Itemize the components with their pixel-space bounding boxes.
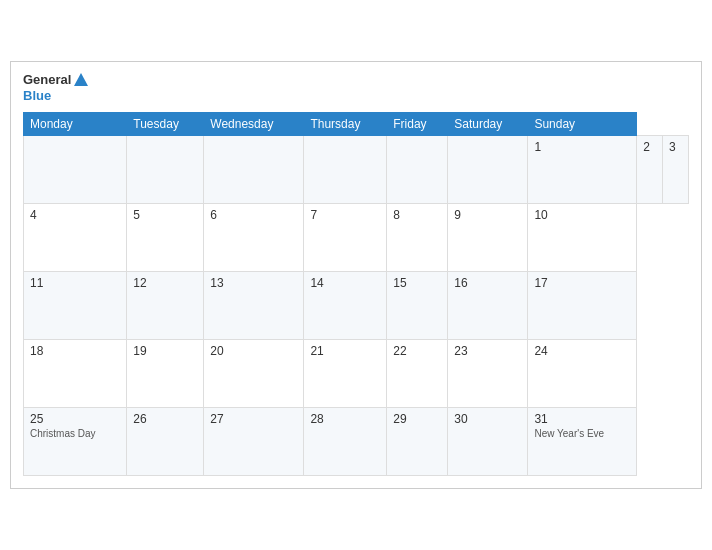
day-number: 29 (393, 412, 441, 426)
weekday-friday: Friday (387, 112, 448, 135)
day-number: 1 (534, 140, 630, 154)
calendar-grid: MondayTuesdayWednesdayThursdayFridaySatu… (23, 112, 689, 476)
day-number: 20 (210, 344, 297, 358)
calendar-cell: 23 (448, 339, 528, 407)
calendar-cell (387, 135, 448, 203)
calendar-cell: 26 (127, 407, 204, 475)
day-number: 31 (534, 412, 630, 426)
day-number: 17 (534, 276, 630, 290)
weekday-tuesday: Tuesday (127, 112, 204, 135)
day-number: 9 (454, 208, 521, 222)
calendar-cell: 31New Year's Eve (528, 407, 637, 475)
day-number: 21 (310, 344, 380, 358)
day-number: 26 (133, 412, 197, 426)
calendar-cell: 11 (24, 271, 127, 339)
logo-blue-text: Blue (23, 88, 89, 104)
day-number: 2 (643, 140, 656, 154)
calendar-cell: 20 (204, 339, 304, 407)
calendar-cell: 6 (204, 203, 304, 271)
calendar-cell: 13 (204, 271, 304, 339)
calendar-cell: 7 (304, 203, 387, 271)
day-number: 19 (133, 344, 197, 358)
calendar-cell: 17 (528, 271, 637, 339)
week-row-1: 123 (24, 135, 689, 203)
weekday-saturday: Saturday (448, 112, 528, 135)
week-row-3: 11121314151617 (24, 271, 689, 339)
logo: General Blue (23, 72, 89, 104)
day-number: 28 (310, 412, 380, 426)
calendar-header: General Blue (23, 72, 689, 104)
calendar-cell (448, 135, 528, 203)
day-number: 15 (393, 276, 441, 290)
calendar-cell: 25Christmas Day (24, 407, 127, 475)
calendar-cell: 8 (387, 203, 448, 271)
calendar-cell: 9 (448, 203, 528, 271)
calendar-cell: 1 (528, 135, 637, 203)
calendar-cell: 22 (387, 339, 448, 407)
svg-marker-0 (74, 73, 88, 86)
calendar-cell: 15 (387, 271, 448, 339)
calendar-cell: 30 (448, 407, 528, 475)
day-number: 14 (310, 276, 380, 290)
week-row-4: 18192021222324 (24, 339, 689, 407)
calendar-cell: 14 (304, 271, 387, 339)
holiday-name: New Year's Eve (534, 428, 630, 439)
weekday-wednesday: Wednesday (204, 112, 304, 135)
calendar-cell: 21 (304, 339, 387, 407)
logo-triangle-icon (73, 72, 89, 88)
day-number: 4 (30, 208, 120, 222)
calendar-cell: 4 (24, 203, 127, 271)
day-number: 6 (210, 208, 297, 222)
empty-cell (127, 135, 204, 203)
calendar-cell: 27 (204, 407, 304, 475)
calendar-cell: 28 (304, 407, 387, 475)
weekday-monday: Monday (24, 112, 127, 135)
empty-cell (24, 135, 127, 203)
calendar-cell (304, 135, 387, 203)
calendar-cell: 19 (127, 339, 204, 407)
empty-cell (204, 135, 304, 203)
day-number: 22 (393, 344, 441, 358)
day-number: 30 (454, 412, 521, 426)
calendar-cell: 16 (448, 271, 528, 339)
day-number: 10 (534, 208, 630, 222)
day-number: 18 (30, 344, 120, 358)
day-number: 16 (454, 276, 521, 290)
day-number: 5 (133, 208, 197, 222)
holiday-name: Christmas Day (30, 428, 120, 439)
calendar-cell: 3 (663, 135, 689, 203)
calendar-cell: 29 (387, 407, 448, 475)
week-row-2: 45678910 (24, 203, 689, 271)
day-number: 7 (310, 208, 380, 222)
week-row-5: 25Christmas Day262728293031New Year's Ev… (24, 407, 689, 475)
day-number: 3 (669, 140, 682, 154)
calendar-cell: 5 (127, 203, 204, 271)
day-number: 23 (454, 344, 521, 358)
day-number: 13 (210, 276, 297, 290)
calendar-container: General Blue MondayTuesdayWednesdayThurs… (10, 61, 702, 489)
calendar-cell: 24 (528, 339, 637, 407)
logo-general-text: General (23, 72, 71, 88)
day-number: 24 (534, 344, 630, 358)
calendar-cell: 18 (24, 339, 127, 407)
day-number: 11 (30, 276, 120, 290)
calendar-cell: 12 (127, 271, 204, 339)
day-number: 8 (393, 208, 441, 222)
weekday-thursday: Thursday (304, 112, 387, 135)
day-number: 25 (30, 412, 120, 426)
calendar-cell: 10 (528, 203, 637, 271)
day-number: 12 (133, 276, 197, 290)
calendar-cell: 2 (637, 135, 663, 203)
weekday-sunday: Sunday (528, 112, 637, 135)
weekday-header-row: MondayTuesdayWednesdayThursdayFridaySatu… (24, 112, 689, 135)
day-number: 27 (210, 412, 297, 426)
